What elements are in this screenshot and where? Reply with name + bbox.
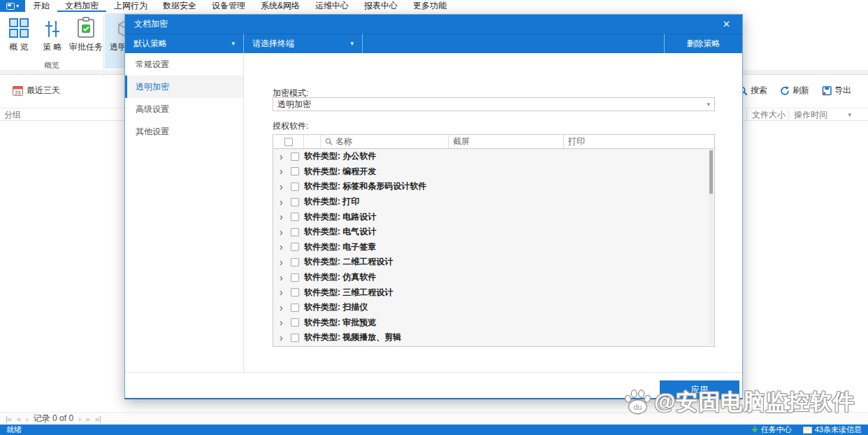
menu-tab-device-mgmt[interactable]: 设备管理 [204,0,253,12]
chevron-right-icon[interactable]: › [280,287,286,297]
software-type-row[interactable]: ›软件类型: 仿真软件 [273,270,714,285]
ribbon-approval-button[interactable]: 审批任务 [68,15,103,53]
row-checkbox[interactable] [291,228,299,236]
menu-tab-ops-center[interactable]: 运维中心 [308,0,356,12]
menu-tab-more[interactable]: 更多功能 [405,0,454,12]
chevron-right-icon[interactable]: › [280,152,286,162]
sidebar-item-other[interactable]: 其他设置 [125,120,243,143]
row-checkbox[interactable] [291,258,299,266]
grid-icon [4,15,34,38]
chevron-right-icon[interactable]: › [280,333,286,343]
pager-first-button[interactable]: |« [6,415,12,423]
software-type-row[interactable]: ›软件类型: 标签和条形码设计软件 [273,179,714,194]
chevron-right-icon[interactable]: › [280,182,286,192]
software-type-row[interactable]: ›软件类型: 打印 [273,194,714,210]
menu-tab-doc-encrypt[interactable]: 文档加密 [57,0,106,12]
row-checkbox[interactable] [291,198,299,206]
export-button[interactable]: 导出 [822,85,851,97]
chevron-right-icon[interactable]: › [280,242,286,252]
close-icon[interactable]: ✕ [720,18,733,30]
column-divider[interactable] [746,110,747,120]
menu-tab-start[interactable]: 开始 [25,0,57,12]
app-menu-button[interactable]: ▾ [0,0,25,12]
chevron-right-icon[interactable]: › [280,257,286,267]
sidebar-item-general[interactable]: 常规设置 [125,53,243,76]
chevron-right-icon[interactable]: › [280,197,286,207]
pager-next-button[interactable]: › [78,415,81,423]
software-type-row[interactable]: ›软件类型: 审批预览 [273,315,714,331]
dialog-sidebar: 常规设置 透明加密 高级设置 其他设置 [125,53,244,373]
envelope-icon [803,427,812,434]
name-column-header[interactable]: 名称 [321,135,449,148]
software-type-row[interactable]: ›软件类型: 三维工程设计 [273,285,714,300]
row-checkbox[interactable] [291,152,299,161]
software-type-row[interactable]: ›软件类型: 电路设计 [273,209,714,224]
refresh-button[interactable]: 刷新 [780,85,809,97]
chevron-right-icon[interactable]: › [280,318,286,327]
print-column-header[interactable]: 打印 [564,135,714,148]
row-checkbox[interactable] [291,167,299,176]
software-type-label: 软件类型: 扫描仪 [304,301,368,313]
software-type-row[interactable]: ›软件类型: 视频播放、剪辑 [273,330,714,345]
scrollbar-track[interactable] [709,150,714,344]
column-header-optime[interactable]: 操作时间 [794,108,827,121]
software-type-row[interactable]: ›软件类型: 电子签章 [273,240,714,255]
ribbon-overview-button[interactable]: 概 览 [4,15,34,53]
chevron-right-icon[interactable]: › [280,166,286,176]
software-type-row[interactable]: ›软件类型: 办公软件 [273,149,714,164]
row-checkbox[interactable] [291,334,299,342]
scrollbar-thumb[interactable] [709,150,713,194]
sidebar-item-transparent-encrypt[interactable]: 透明加密 [125,76,243,98]
chevron-right-icon[interactable]: › [280,227,286,237]
software-type-label: 软件类型: 审批预览 [304,317,376,329]
chevron-right-icon[interactable]: › [280,273,286,283]
row-checkbox[interactable] [291,183,299,191]
menu-tab-data-security[interactable]: 数据安全 [155,0,204,12]
row-checkbox[interactable] [291,273,299,282]
terminal-selector-value: 请选择终端 [252,38,294,50]
date-filter-button[interactable]: 23 最近三天 [13,85,60,97]
row-checkbox[interactable] [291,243,299,251]
dialog-title-bar: 文档加密 ✕ [125,15,742,34]
column-divider[interactable] [788,110,789,120]
apply-button[interactable]: 应用 [660,380,739,399]
pager-prev-page-button[interactable]: « [17,415,21,423]
pager-prev-button[interactable]: ‹ [26,415,29,423]
column-filter-caret-icon[interactable]: ▾ [848,108,851,121]
encryption-mode-select[interactable]: 透明加密 ▾ [273,97,715,111]
menu-tab-web-behavior[interactable]: 上网行为 [106,0,155,12]
software-type-row[interactable]: ›软件类型: 编程开发 [273,164,714,180]
row-checkbox[interactable] [291,304,299,312]
software-type-row[interactable]: ›软件类型: 扫描仪 [273,300,714,315]
row-checkbox[interactable] [291,288,299,297]
terminal-selector-dropdown[interactable]: 请选择终端 ▾ [244,34,363,53]
column-header-filesize[interactable]: 文件大小 [752,108,786,121]
paw-du-text: du [634,403,642,411]
chevron-right-icon[interactable]: › [280,303,286,313]
screenshot-column-header[interactable]: 截屏 [449,135,564,148]
search-label: 搜索 [751,85,767,97]
ribbon-policy-button[interactable]: 策 略 [37,15,68,53]
unread-messages-button[interactable]: 43条未读信息 [803,425,862,435]
software-type-label: 软件类型: 仿真软件 [304,271,376,283]
menu-tab-report-center[interactable]: 报表中心 [356,0,405,12]
software-type-label: 软件类型: 视频播放、剪辑 [304,331,401,343]
chevron-right-icon[interactable]: › [280,212,286,222]
software-type-row[interactable]: ›软件类型: 二维工程设计 [273,255,714,270]
column-header-group[interactable]: 分组 [4,108,21,121]
ribbon-group-label: 概览 [0,60,103,71]
row-checkbox[interactable] [291,318,299,327]
software-type-row[interactable]: ›软件类型: 电气设计 [273,224,714,240]
pager-record-text: 记录 0 of 0 [34,413,73,425]
task-center-button[interactable]: 任务中心 [751,425,792,435]
row-checkbox[interactable] [291,213,299,221]
ribbon-approval-label: 审批任务 [68,41,103,53]
software-type-label: 软件类型: 电子签章 [304,241,376,253]
pager-last-button[interactable]: »| [95,415,101,423]
menu-tab-system-network[interactable]: 系统&网络 [253,0,308,12]
sidebar-item-advanced[interactable]: 高级设置 [125,98,243,120]
delete-policy-button[interactable]: 删除策略 [664,34,742,53]
pager-next-page-button[interactable]: » [86,415,90,423]
policy-selector-dropdown[interactable]: 默认策略 ▾ [125,34,244,53]
select-all-checkbox[interactable] [284,138,293,146]
